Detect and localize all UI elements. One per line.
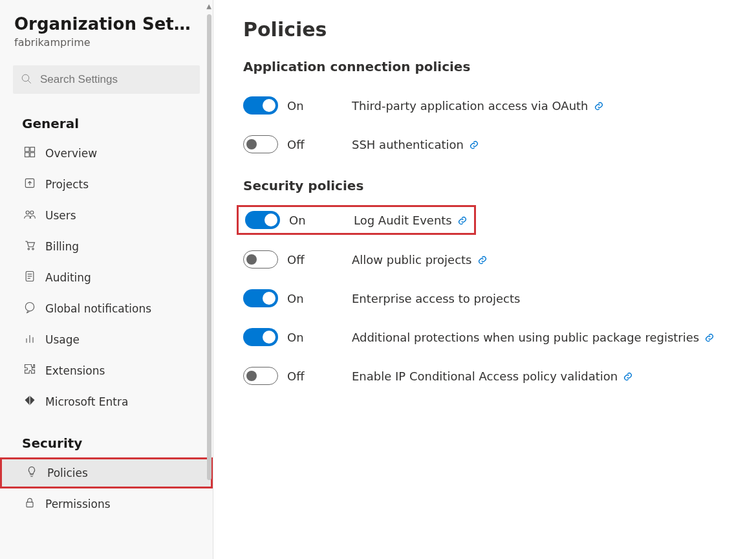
policy-row-ip-conditional: Off Enable IP Conditional Access policy … [243, 356, 730, 395]
upload-icon [23, 177, 36, 192]
section-label-security: Security [0, 417, 213, 457]
sidebar-item-label: Microsoft Entra [45, 395, 128, 408]
search-input-wrap[interactable] [13, 65, 200, 94]
svg-point-7 [26, 211, 29, 214]
svg-point-8 [30, 211, 34, 214]
sidebar: ▲ Organization Settin… fabrikamprime Gen… [0, 0, 213, 559]
sidebar-item-label: Permissions [45, 498, 111, 510]
nav-security: Policies Permissions [0, 457, 213, 520]
toggle-oauth[interactable] [243, 96, 278, 115]
sidebar-item-users[interactable]: Users [0, 200, 213, 231]
svg-rect-2 [25, 148, 30, 152]
toggle-state: On [287, 331, 304, 344]
toggle-package-registries[interactable] [243, 328, 278, 346]
policy-row-audit-highlight: On Log Audit Events [237, 205, 476, 235]
scroll-up-icon[interactable]: ▲ [206, 3, 211, 10]
people-icon [23, 208, 36, 223]
sidebar-item-billing[interactable]: Billing [0, 231, 213, 262]
svg-point-15 [25, 303, 34, 311]
policy-row-package-registries: On Additional protections when using pub… [243, 318, 730, 356]
policy-row-oauth: On Third-party application access via OA… [243, 86, 730, 125]
toggle-ssh[interactable] [243, 135, 278, 153]
policy-row-enterprise-access: On Enterprise access to projects [243, 279, 730, 318]
sidebar-item-label: Billing [45, 240, 79, 253]
entra-icon [23, 394, 36, 410]
svg-rect-4 [25, 153, 30, 157]
policy-desc: Third-party application access via OAuth [352, 99, 589, 113]
toggle-ip-conditional[interactable] [243, 367, 278, 385]
sidebar-item-label: Auditing [45, 271, 91, 284]
svg-rect-3 [30, 148, 35, 152]
link-icon[interactable] [457, 215, 468, 225]
bars-icon [23, 332, 36, 347]
sidebar-item-microsoft-entra[interactable]: Microsoft Entra [0, 386, 213, 417]
bubble-icon [23, 301, 36, 316]
page-title: Organization Settin… [14, 14, 195, 34]
sidebar-item-overview[interactable]: Overview [0, 138, 213, 169]
sidebar-header: Organization Settin… fabrikamprime [0, 0, 213, 54]
puzzle-icon [23, 363, 36, 378]
doc-icon [23, 270, 36, 285]
toggle-enterprise-access[interactable] [243, 289, 278, 307]
section-title-app-conn: Application connection policies [243, 59, 730, 74]
sidebar-item-label: Extensions [45, 364, 105, 377]
sidebar-item-usage[interactable]: Usage [0, 324, 213, 355]
policy-desc: Enable IP Conditional Access policy vali… [352, 369, 618, 383]
svg-point-10 [32, 248, 34, 250]
sidebar-item-permissions[interactable]: Permissions [0, 488, 213, 520]
link-icon[interactable] [623, 371, 633, 381]
link-icon[interactable] [594, 100, 604, 111]
main-content: Policies Application connection policies… [213, 0, 756, 559]
sidebar-item-label: Projects [45, 178, 89, 191]
toggle-state: On [287, 99, 304, 113]
svg-line-1 [28, 80, 31, 83]
toggle-state: On [289, 214, 306, 227]
search-input[interactable] [39, 72, 192, 87]
policy-desc: Additional protections when using public… [352, 331, 699, 344]
link-icon[interactable] [477, 254, 488, 265]
sidebar-item-auditing[interactable]: Auditing [0, 262, 213, 293]
toggle-state: Off [287, 369, 305, 383]
bulb-icon [25, 465, 38, 481]
sidebar-item-policies[interactable]: Policies [0, 457, 213, 488]
svg-point-0 [22, 74, 29, 82]
sidebar-item-label: Overview [45, 147, 97, 160]
sidebar-item-extensions[interactable]: Extensions [0, 355, 213, 386]
org-name: fabrikamprime [14, 36, 200, 49]
scrollbar[interactable]: ▲ [206, 3, 213, 559]
policy-row-ssh: Off SSH authentication [243, 125, 730, 164]
toggle-audit[interactable] [245, 211, 280, 229]
sidebar-item-label: Global notifications [45, 302, 151, 315]
policy-desc: Allow public projects [352, 253, 472, 267]
link-icon[interactable] [704, 332, 715, 342]
lock-icon [23, 496, 36, 512]
svg-rect-19 [27, 502, 33, 507]
cart-icon [23, 239, 36, 254]
toggle-state: Off [287, 138, 305, 151]
sidebar-item-global-notifications[interactable]: Global notifications [0, 293, 213, 324]
svg-rect-5 [30, 153, 35, 157]
sidebar-item-label: Policies [47, 466, 88, 479]
toggle-public-projects[interactable] [243, 250, 278, 269]
section-label-general: General [0, 98, 213, 138]
toggle-state: On [287, 292, 304, 305]
squares-icon [23, 146, 36, 161]
link-icon[interactable] [469, 139, 479, 149]
sidebar-item-label: Usage [45, 333, 80, 346]
main-title: Policies [243, 18, 730, 41]
policy-desc: SSH authentication [352, 138, 464, 151]
sidebar-item-label: Users [45, 209, 76, 222]
nav-general: Overview Projects Users Billing Auditing… [0, 138, 213, 417]
section-title-security: Security policies [243, 178, 730, 193]
sidebar-item-projects[interactable]: Projects [0, 169, 213, 200]
policy-row-public-projects: Off Allow public projects [243, 240, 730, 279]
search-icon [21, 73, 32, 87]
svg-point-9 [28, 248, 30, 250]
scroll-thumb[interactable] [207, 14, 211, 480]
policy-desc: Log Audit Events [354, 214, 452, 227]
toggle-state: Off [287, 253, 305, 267]
policy-desc: Enterprise access to projects [352, 292, 520, 305]
